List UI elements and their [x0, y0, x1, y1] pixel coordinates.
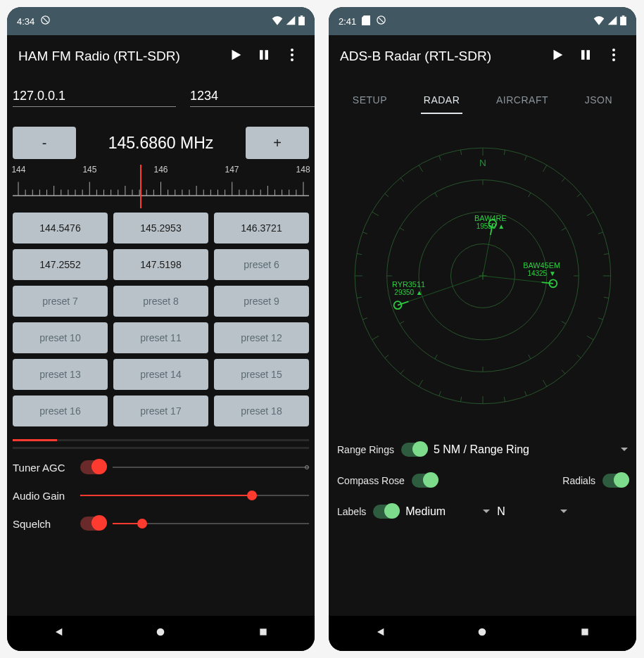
chevron-down-icon [483, 510, 490, 513]
svg-line-104 [561, 228, 565, 231]
preset-button-3[interactable]: 146.3721 [214, 213, 309, 243]
svg-point-131 [479, 628, 486, 636]
content-area: - 145.6860 MHz + 144 145 146 147 148 144… [7, 77, 315, 616]
preset-button-2[interactable]: 145.2953 [113, 213, 208, 243]
preset-button-9[interactable]: preset 9 [214, 286, 309, 317]
host-input[interactable] [13, 86, 176, 107]
nav-recent-button[interactable] [564, 627, 606, 640]
label-orientation-value: N [497, 505, 505, 518]
radar-display[interactable]: N BAW4RE19550 ▲BAW45EM14325 ▼RYR35112935… [342, 135, 624, 417]
range-rings-value: 5 NM / Range Ring [434, 443, 529, 456]
sd-card-icon [362, 15, 370, 27]
preset-button-14[interactable]: preset 14 [113, 359, 208, 390]
radials-switch[interactable] [602, 474, 628, 488]
preset-button-12[interactable]: preset 12 [214, 322, 309, 353]
svg-line-78 [586, 336, 593, 339]
svg-line-90 [372, 336, 378, 339]
phone-ham: 4:34 HAM FM Radio (RTL-SDR) [7, 7, 315, 651]
preset-button-15[interactable]: preset 15 [214, 359, 309, 390]
nav-home-button[interactable] [139, 626, 182, 640]
preset-button-6[interactable]: preset 6 [214, 249, 309, 280]
squelch-slider[interactable] [113, 517, 309, 530]
svg-point-61 [612, 58, 615, 61]
pause-button[interactable] [574, 48, 597, 65]
svg-line-103 [528, 193, 531, 197]
nav-back-button[interactable] [359, 626, 401, 640]
tab-json[interactable]: JSON [582, 87, 615, 114]
label-orientation-select[interactable]: N [497, 505, 567, 518]
svg-line-98 [400, 178, 404, 182]
tab-aircraft[interactable]: AIRCRAFT [493, 87, 551, 114]
svg-line-91 [362, 318, 367, 319]
nav-recent-button[interactable] [242, 627, 284, 640]
svg-line-70 [562, 178, 565, 182]
labels-switch[interactable] [373, 505, 398, 519]
svg-line-76 [603, 297, 608, 298]
dial-tick-label: 144 [11, 165, 25, 175]
svg-line-71 [576, 194, 581, 197]
preset-button-8[interactable]: preset 8 [113, 286, 208, 317]
preset-grid: 144.5476145.2953146.3721147.2552147.5198… [13, 213, 309, 426]
preset-button-5[interactable]: 147.5198 [113, 249, 208, 280]
chevron-down-icon [560, 510, 567, 513]
svg-rect-2 [301, 15, 303, 17]
dial-cursor [140, 165, 141, 208]
frequency-dial[interactable]: 144 145 146 147 148 [13, 165, 309, 204]
audio-gain-slider[interactable] [80, 489, 309, 502]
overflow-menu-icon[interactable] [281, 49, 303, 64]
nav-back-button[interactable] [37, 626, 80, 640]
svg-line-99 [419, 165, 422, 172]
range-rings-switch[interactable] [401, 443, 427, 457]
android-nav-bar [7, 616, 315, 651]
aircraft-marker[interactable]: BAW4RE19550 ▲ [474, 214, 507, 235]
signal-icon [286, 15, 296, 27]
range-rings-select[interactable]: 5 NM / Range Ring [434, 443, 628, 456]
svg-rect-132 [581, 628, 588, 635]
app-title: ADS-B Radar (RTL-SDR) [340, 49, 541, 64]
freq-minus-button[interactable]: - [13, 127, 76, 159]
squelch-switch[interactable] [80, 517, 106, 531]
dial-tick-label: 145 [82, 165, 96, 175]
aircraft-marker[interactable]: RYR351129350 ▲ [392, 280, 425, 309]
svg-line-79 [576, 355, 581, 358]
svg-line-88 [400, 370, 404, 374]
preset-button-11[interactable]: preset 11 [113, 322, 208, 353]
preset-button-7[interactable]: preset 7 [13, 286, 108, 317]
phone-adsb: 2:41 ADS-B Radar (RTL-SDR) [329, 7, 636, 651]
compass-rose-switch[interactable] [412, 474, 437, 488]
pause-button[interactable] [253, 48, 275, 65]
label-size-select[interactable]: Medium [405, 505, 490, 518]
svg-rect-5 [265, 50, 269, 60]
tuner-agc-slider[interactable] [113, 461, 309, 474]
svg-line-1 [44, 18, 48, 22]
wifi-icon [593, 15, 605, 27]
preset-button-18[interactable]: preset 18 [214, 396, 309, 426]
play-button[interactable] [225, 47, 247, 65]
svg-line-86 [438, 391, 440, 396]
svg-line-82 [524, 391, 526, 396]
nav-home-button[interactable] [461, 626, 503, 640]
play-button[interactable] [546, 47, 569, 65]
tab-setup[interactable]: SETUP [350, 87, 390, 114]
port-input[interactable] [190, 86, 315, 107]
svg-rect-58 [587, 50, 591, 60]
preset-button-10[interactable]: preset 10 [13, 322, 108, 353]
preset-button-13[interactable]: preset 13 [13, 359, 108, 390]
svg-line-81 [543, 380, 546, 386]
status-time: 2:41 [339, 16, 356, 27]
tab-radar[interactable]: RADAR [421, 87, 463, 114]
preset-button-16[interactable]: preset 16 [13, 396, 108, 426]
app-title: HAM FM Radio (RTL-SDR) [18, 49, 219, 64]
freq-plus-button[interactable]: + [246, 127, 309, 159]
svg-text:BAW4RE: BAW4RE [474, 214, 507, 222]
svg-point-6 [291, 49, 293, 51]
preset-button-1[interactable]: 144.5476 [13, 213, 108, 243]
compass-rose-label: Compass Rose [337, 475, 405, 486]
tuner-agc-switch[interactable] [80, 460, 106, 474]
aircraft-marker[interactable]: BAW45EM14325 ▼ [523, 261, 560, 287]
preset-button-17[interactable]: preset 17 [113, 396, 208, 426]
preset-button-4[interactable]: 147.2552 [13, 249, 108, 280]
overflow-menu-icon[interactable] [602, 49, 625, 64]
svg-line-101 [460, 150, 461, 155]
radials-label: Radials [562, 475, 595, 486]
